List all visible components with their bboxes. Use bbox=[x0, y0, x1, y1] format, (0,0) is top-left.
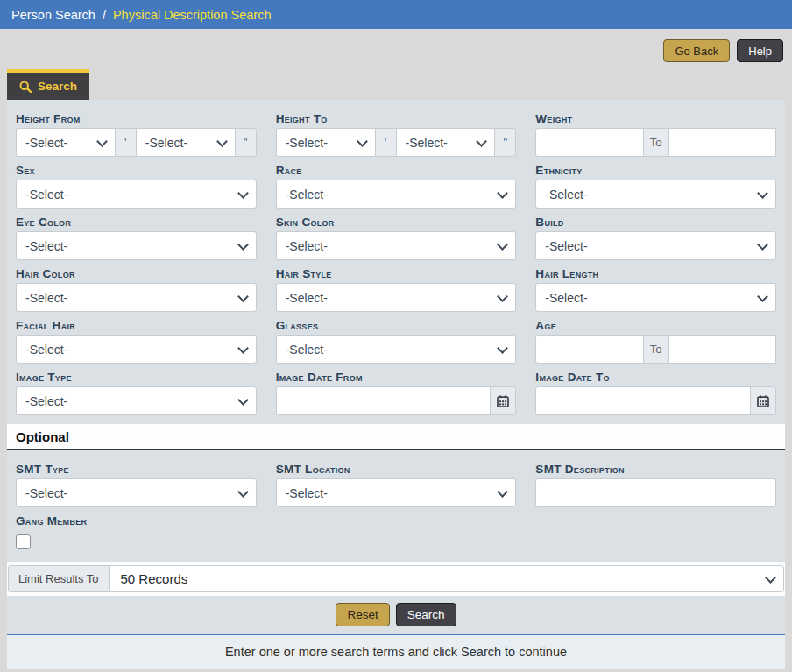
optional-section-heading: Optional bbox=[7, 424, 785, 450]
field-skin-color: Skin Color -Select- bbox=[276, 214, 517, 260]
optional-heading-label: Optional bbox=[16, 429, 69, 444]
smt-description-label: SMT Description bbox=[535, 461, 776, 477]
footer-message: Enter one or more search terms and click… bbox=[7, 634, 785, 669]
height-to-inches-select-control[interactable]: -Select- bbox=[396, 128, 496, 157]
height-from-inches-select[interactable]: -Select- bbox=[136, 128, 236, 157]
race-select[interactable]: -Select- bbox=[276, 180, 517, 209]
field-hair-style: Hair Style -Select- bbox=[276, 265, 517, 312]
age-to-addon: To bbox=[643, 335, 669, 364]
help-button[interactable]: Help bbox=[737, 39, 783, 62]
height-from-feet-select[interactable]: -Select- bbox=[16, 128, 116, 157]
search-button[interactable]: Search bbox=[396, 603, 456, 626]
breadcrumb-person-search-link[interactable]: Person Search bbox=[11, 8, 95, 22]
smt-location-select-control[interactable]: -Select- bbox=[276, 478, 517, 507]
hair-length-select-control[interactable]: -Select- bbox=[535, 283, 776, 312]
inch-mark-addon: " bbox=[494, 128, 516, 157]
build-label: Build bbox=[535, 214, 776, 230]
limit-results-select-control[interactable]: 50 Records bbox=[109, 565, 784, 592]
facial-hair-select[interactable]: -Select- bbox=[16, 335, 257, 364]
image-type-label: Image Type bbox=[16, 369, 257, 386]
image-date-to-calendar-button[interactable] bbox=[750, 386, 776, 415]
field-smt-location: SMT Location -Select- bbox=[276, 461, 517, 507]
height-to-feet-select[interactable]: -Select- bbox=[276, 128, 376, 157]
main-content: Search Height From -Select- ' -Select- bbox=[7, 62, 785, 669]
calendar-icon bbox=[497, 395, 509, 407]
breadcrumb-current-page: Physical Description Search bbox=[113, 8, 272, 22]
hair-color-select[interactable]: -Select- bbox=[16, 283, 257, 312]
optional-section: SMT Type -Select- SMT Location -Select- … bbox=[7, 450, 785, 562]
reset-button[interactable]: Reset bbox=[336, 603, 389, 626]
facial-hair-select-control[interactable]: -Select- bbox=[16, 335, 257, 364]
criteria-section: Height From -Select- ' -Select- " Heig bbox=[7, 100, 785, 424]
eye-color-label: Eye Color bbox=[16, 214, 257, 230]
weight-label: Weight bbox=[535, 110, 776, 127]
hair-style-select[interactable]: -Select- bbox=[276, 283, 517, 312]
skin-color-select-control[interactable]: -Select- bbox=[276, 231, 517, 260]
field-glasses: Glasses -Select- bbox=[276, 317, 517, 364]
go-back-button[interactable]: Go Back bbox=[663, 39, 730, 62]
field-build: Build -Select- bbox=[535, 214, 776, 260]
field-image-date-to: Image Date To bbox=[535, 369, 776, 415]
tab-search-label: Search bbox=[38, 80, 77, 93]
hair-length-label: Hair Length bbox=[535, 265, 776, 282]
height-to-label: Height To bbox=[276, 110, 517, 127]
breadcrumb-separator: / bbox=[103, 8, 106, 22]
height-to-feet-select-control[interactable]: -Select- bbox=[276, 128, 376, 157]
field-sex: Sex -Select- bbox=[16, 162, 257, 209]
hair-color-select-control[interactable]: -Select- bbox=[16, 283, 257, 312]
height-from-feet-select-control[interactable]: -Select- bbox=[16, 128, 116, 157]
smt-location-select[interactable]: -Select- bbox=[276, 478, 517, 507]
image-date-to-label: Image Date To bbox=[535, 369, 776, 386]
limit-results-label: Limit Results To bbox=[8, 565, 110, 592]
limit-results-select[interactable]: 50 Records bbox=[109, 565, 784, 592]
sex-select-control[interactable]: -Select- bbox=[16, 180, 257, 209]
image-type-select[interactable]: -Select- bbox=[16, 386, 257, 415]
build-select[interactable]: -Select- bbox=[535, 231, 776, 260]
weight-to-addon: To bbox=[643, 128, 669, 157]
field-hair-color: Hair Color -Select- bbox=[16, 265, 257, 312]
image-date-from-calendar-button[interactable] bbox=[490, 386, 516, 415]
skin-color-select[interactable]: -Select- bbox=[276, 231, 517, 260]
ethnicity-select[interactable]: -Select- bbox=[535, 180, 776, 209]
weight-to-input[interactable] bbox=[668, 128, 776, 157]
race-label: Race bbox=[276, 162, 517, 179]
inch-mark-addon: " bbox=[235, 128, 257, 157]
ethnicity-select-control[interactable]: -Select- bbox=[535, 180, 776, 209]
glasses-select-control[interactable]: -Select- bbox=[276, 335, 517, 364]
image-date-from-label: Image Date From bbox=[276, 369, 517, 386]
hair-color-label: Hair Color bbox=[16, 265, 257, 282]
image-date-from-input[interactable] bbox=[276, 386, 491, 415]
image-type-select-control[interactable]: -Select- bbox=[16, 386, 257, 415]
hair-length-select[interactable]: -Select- bbox=[535, 283, 776, 312]
age-label: Age bbox=[535, 317, 776, 334]
glasses-select[interactable]: -Select- bbox=[276, 335, 517, 364]
smt-type-select[interactable]: -Select- bbox=[16, 478, 257, 507]
hair-style-select-control[interactable]: -Select- bbox=[276, 283, 517, 312]
eye-color-select[interactable]: -Select- bbox=[16, 231, 257, 260]
sex-select[interactable]: -Select- bbox=[16, 180, 257, 209]
smt-type-label: SMT Type bbox=[16, 461, 257, 477]
age-to-input[interactable] bbox=[668, 335, 776, 364]
facial-hair-label: Facial Hair bbox=[16, 317, 257, 334]
ethnicity-label: Ethnicity bbox=[535, 162, 776, 179]
tab-search[interactable]: Search bbox=[7, 69, 89, 100]
height-from-label: Height From bbox=[16, 110, 257, 127]
gang-member-checkbox[interactable] bbox=[16, 534, 31, 549]
glasses-label: Glasses bbox=[276, 317, 517, 334]
field-age: Age To bbox=[535, 317, 776, 364]
smt-description-input[interactable] bbox=[535, 478, 776, 507]
height-from-inches-select-control[interactable]: -Select- bbox=[136, 128, 236, 157]
weight-from-input[interactable] bbox=[535, 128, 643, 157]
feet-mark-addon: ' bbox=[375, 128, 397, 157]
field-facial-hair: Facial Hair -Select- bbox=[16, 317, 257, 364]
image-date-to-input[interactable] bbox=[535, 386, 751, 415]
hair-style-label: Hair Style bbox=[276, 265, 517, 282]
age-from-input[interactable] bbox=[535, 335, 643, 364]
height-to-inches-select[interactable]: -Select- bbox=[396, 128, 496, 157]
field-height-to: Height To -Select- ' -Select- " bbox=[276, 110, 517, 157]
field-image-type: Image Type -Select- bbox=[16, 369, 257, 415]
smt-type-select-control[interactable]: -Select- bbox=[16, 478, 257, 507]
eye-color-select-control[interactable]: -Select- bbox=[16, 231, 257, 260]
build-select-control[interactable]: -Select- bbox=[535, 231, 776, 260]
race-select-control[interactable]: -Select- bbox=[276, 180, 517, 209]
